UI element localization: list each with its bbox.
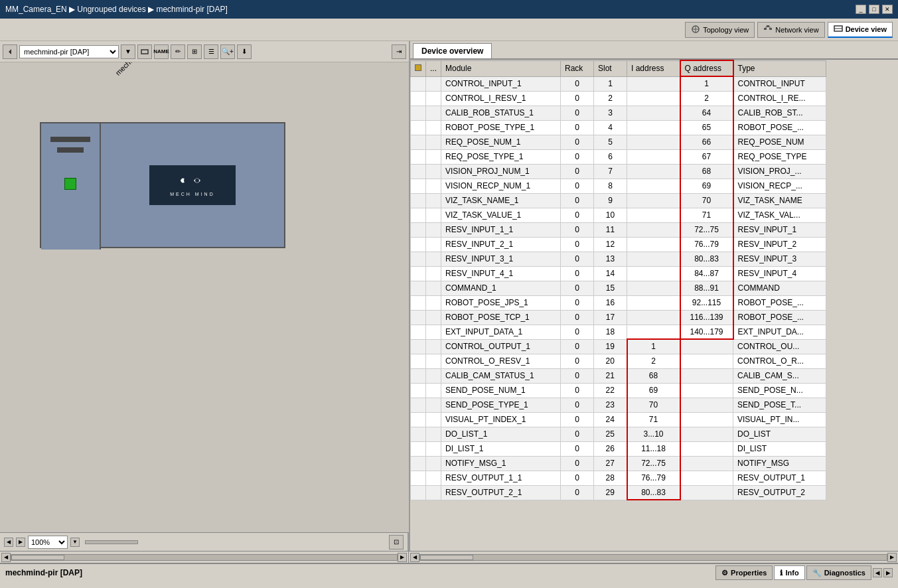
close-button[interactable]: ✕	[882, 5, 893, 14]
zoom-select[interactable]: 100%	[28, 536, 68, 549]
table-header-row: ... Module Rack Slot I address Q address…	[411, 60, 826, 76]
device-icon	[834, 24, 843, 35]
svg-rect-11	[141, 50, 148, 54]
zoom-slider[interactable]	[85, 540, 138, 544]
row-dots-cell	[426, 149, 441, 164]
row-rack-cell: 0	[561, 120, 594, 135]
row-type-cell: CONTROL_OU...	[733, 339, 826, 354]
export-btn[interactable]: ⬇	[237, 44, 252, 59]
svg-point-12	[184, 179, 188, 183]
row-type-cell: RESV_INPUT_3	[733, 252, 826, 266]
minimize-button[interactable]: _	[856, 5, 866, 14]
row-dots-cell	[426, 76, 441, 91]
topology-view-button[interactable]: Topology view	[685, 22, 755, 38]
fit-btn[interactable]: ⊡	[389, 535, 404, 550]
row-module-cell: VISUAL_PT_INDEX_1	[441, 412, 561, 427]
bottom-scroll-right: ◀ ▶	[409, 551, 898, 563]
row-module-cell: ROBOT_POSE_TCP_1	[441, 310, 561, 325]
row-dots-cell	[426, 383, 441, 398]
row-qaddr-cell: 76...79	[680, 237, 733, 252]
row-iaddr-cell: 71	[627, 412, 680, 427]
row-dots-cell	[426, 325, 441, 339]
row-indicator-cell	[411, 222, 426, 237]
device-view-label: Device view	[846, 25, 887, 33]
row-qaddr-cell: 92...115	[680, 295, 733, 310]
left-bottom-bar: ◀ ▶ 100% ▼ ⊡	[0, 532, 409, 551]
dropdown-arrow[interactable]: ▼	[121, 44, 135, 59]
row-slot-cell: 5	[594, 135, 627, 149]
status-scroll-1[interactable]: ◀	[873, 568, 882, 577]
row-type-cell: ROBOT_POSE_...	[733, 310, 826, 325]
row-slot-cell: 9	[594, 193, 627, 208]
row-indicator-cell	[411, 427, 426, 441]
table-row: DO_LIST_1 0 25 3...10 DO_LIST	[411, 427, 826, 441]
row-slot-cell: 3	[594, 106, 627, 120]
diagnostics-icon: 🔧	[812, 569, 822, 577]
back-button[interactable]	[3, 44, 17, 59]
grid-btn[interactable]: ⊞	[187, 44, 202, 59]
row-rack-cell: 0	[561, 281, 594, 295]
h-scroll-left-right[interactable]: ◀	[410, 553, 419, 562]
row-dots-cell	[426, 252, 441, 266]
row-qaddr-cell	[680, 471, 733, 485]
row-iaddr-cell	[627, 252, 680, 266]
row-dots-cell	[426, 456, 441, 471]
device-select[interactable]: mechmind-pir [DAP]	[19, 45, 119, 58]
row-iaddr-cell: 1	[627, 339, 680, 354]
zoom-dropdown[interactable]: ▼	[70, 538, 80, 547]
diagnostics-button[interactable]: 🔧 Diagnostics	[806, 565, 871, 580]
row-qaddr-cell: 65	[680, 120, 733, 135]
scroll-left-arrow[interactable]: ◀	[4, 538, 13, 547]
h-scroll-right[interactable]: ▶	[398, 553, 407, 562]
row-module-cell: CONTROL_I_RESV_1	[441, 91, 561, 106]
row-slot-cell: 19	[594, 339, 627, 354]
row-indicator-cell	[411, 120, 426, 135]
row-rack-cell: 0	[561, 295, 594, 310]
device-view-button[interactable]: Device view	[828, 22, 893, 38]
row-dots-cell	[426, 135, 441, 149]
row-rack-cell: 0	[561, 383, 594, 398]
row-dots-cell	[426, 222, 441, 237]
zoom-btn[interactable]: 🔍+	[220, 44, 235, 59]
row-dots-cell	[426, 471, 441, 485]
row-rack-cell: 0	[561, 222, 594, 237]
row-iaddr-cell	[627, 208, 680, 222]
h-scroll-left[interactable]: ◀	[1, 553, 11, 562]
name-btn[interactable]: NAME	[154, 44, 169, 59]
table-row: RESV_OUTPUT_2_1 0 29 80...83 RESV_OUTPUT…	[411, 485, 826, 500]
list-btn[interactable]: ☰	[204, 44, 218, 59]
table-scroll[interactable]: ... Module Rack Slot I address Q address…	[410, 60, 826, 551]
hardware-btn[interactable]	[137, 44, 152, 59]
maximize-button[interactable]: □	[869, 5, 879, 14]
network-view-button[interactable]: Network view	[757, 22, 824, 38]
row-dots-cell	[426, 412, 441, 427]
h-scroll-track-right[interactable]	[419, 554, 887, 561]
row-qaddr-cell: 66	[680, 135, 733, 149]
row-indicator-cell	[411, 354, 426, 368]
expand-btn[interactable]: ⇥	[392, 44, 406, 59]
row-type-cell: ROBOT_POSE_...	[733, 295, 826, 310]
table-row: VIZ_TASK_VALUE_1 0 10 71 VIZ_TASK_VAL...	[411, 208, 826, 222]
h-scroll-track-left[interactable]	[11, 554, 398, 561]
row-type-cell: RESV_INPUT_1	[733, 222, 826, 237]
row-module-cell: RESV_OUTPUT_2_1	[441, 485, 561, 500]
row-slot-cell: 10	[594, 208, 627, 222]
row-rack-cell: 0	[561, 485, 594, 500]
row-slot-cell: 1	[594, 76, 627, 91]
row-indicator-cell	[411, 398, 426, 412]
scroll-right-arrow[interactable]: ▶	[16, 538, 25, 547]
info-button[interactable]: ℹ Info	[774, 565, 804, 580]
tab-device-overview[interactable]: Device overview	[413, 43, 492, 58]
row-type-cell: CALIB_ROB_ST...	[733, 106, 826, 120]
status-scroll-2[interactable]: ▶	[883, 568, 893, 577]
row-type-cell: VIZ_TASK_VAL...	[733, 208, 826, 222]
h-scroll-right-right[interactable]: ▶	[887, 553, 897, 562]
properties-button[interactable]: ⚙ Properties	[715, 565, 773, 580]
network-view-label: Network view	[775, 26, 818, 34]
left-toolbar: mechmind-pir [DAP] ▼ NAME ✏ ⊞ ☰ 🔍+ ⬇ ⇥	[0, 41, 409, 62]
edit-btn[interactable]: ✏	[171, 44, 185, 59]
row-module-cell: VIZ_TASK_NAME_1	[441, 193, 561, 208]
device-table: ... Module Rack Slot I address Q address…	[410, 60, 826, 500]
table-row: REQ_POSE_TYPE_1 0 6 67 REQ_POSE_TYPE	[411, 149, 826, 164]
row-qaddr-cell: 80...83	[680, 252, 733, 266]
